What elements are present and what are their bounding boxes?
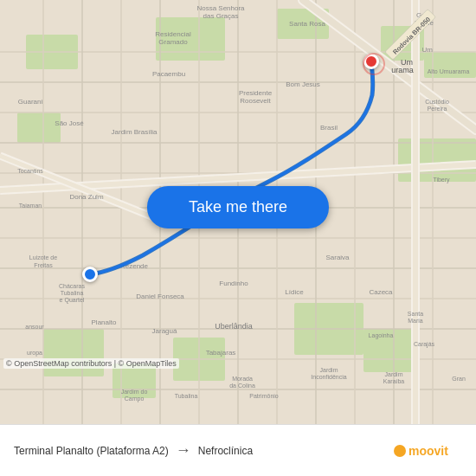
svg-text:Jardim: Jardim (319, 367, 338, 373)
svg-text:ansour: ansour (25, 324, 44, 330)
take-me-there-button[interactable]: Take me there (147, 186, 329, 228)
svg-text:Patrimônio: Patrimônio (249, 393, 279, 399)
svg-text:Tocantins: Tocantins (17, 168, 43, 174)
svg-rect-11 (43, 329, 104, 376)
destination-marker (363, 54, 379, 69)
svg-text:Custódio: Custódio (425, 99, 449, 105)
svg-text:Saraiva: Saraiva (325, 254, 350, 261)
svg-text:Uberlândia: Uberlândia (215, 322, 253, 331)
svg-text:Planalto: Planalto (92, 318, 117, 326)
svg-text:Karaíba: Karaíba (383, 378, 405, 384)
svg-text:Pereira: Pereira (428, 106, 447, 112)
svg-rect-8 (398, 138, 476, 182)
svg-text:das Graças: das Graças (203, 12, 239, 20)
moovit-logo: moovit (393, 441, 462, 461)
svg-rect-7 (17, 113, 61, 143)
svg-text:Pacaembu: Pacaembu (152, 70, 185, 78)
svg-text:e Quartel: e Quartel (60, 297, 85, 304)
svg-text:Um: Um (422, 46, 434, 54)
svg-text:Inconfidência: Inconfidência (311, 374, 346, 380)
svg-text:Brasil: Brasil (320, 124, 338, 132)
svg-text:uropa: uropa (27, 350, 42, 357)
footer-bar: Terminal Planalto (Plataforma A2) → Nefr… (0, 424, 476, 476)
svg-text:Fundinho: Fundinho (219, 280, 248, 287)
svg-text:Tabajaras: Tabajaras (206, 349, 236, 357)
svg-text:Lídice: Lídice (285, 288, 304, 296)
svg-text:Jardim Brasília: Jardim Brasília (112, 128, 158, 136)
svg-text:Campo: Campo (125, 396, 145, 402)
svg-text:Daniel Fonseca: Daniel Fonseca (136, 293, 184, 300)
svg-text:Roosevelt: Roosevelt (240, 97, 271, 105)
svg-text:Santa Rosa: Santa Rosa (289, 20, 325, 28)
footer-origin-label: Terminal Planalto (Plataforma A2) (14, 445, 169, 457)
svg-text:Chácaras: Chácaras (59, 283, 85, 289)
svg-text:Luizote de: Luizote de (29, 254, 57, 261)
svg-text:Taiaman: Taiaman (19, 203, 42, 209)
svg-text:moovit: moovit (408, 444, 448, 458)
map-attribution-left: © OpenStreetMap contributors | © OpenMap… (3, 358, 179, 369)
svg-text:Maria: Maria (408, 318, 423, 324)
svg-text:São José: São José (55, 119, 84, 127)
svg-text:urama: urama (391, 66, 414, 74)
footer-arrow-icon: → (176, 441, 191, 460)
svg-text:Gran: Gran (452, 376, 466, 382)
svg-text:Gramado: Gramado (158, 38, 188, 46)
svg-text:Cazeca: Cazeca (369, 288, 393, 296)
footer-destination-label: Nefroclínica (198, 445, 253, 457)
svg-text:Residencial: Residencial (155, 30, 191, 38)
svg-text:Carajás: Carajás (414, 341, 435, 348)
svg-text:Guarani: Guarani (18, 98, 43, 106)
svg-text:Tubalina: Tubalina (175, 393, 198, 399)
origin-marker (82, 267, 98, 282)
svg-text:Lagoinha: Lagoinha (369, 332, 394, 339)
svg-text:Morada: Morada (232, 376, 253, 382)
svg-text:Tubalina: Tubalina (61, 290, 84, 296)
svg-point-104 (394, 445, 406, 457)
map-container: Nossa Senhora das Graças Residencial Gra… (0, 0, 476, 424)
svg-text:Jardim do: Jardim do (121, 389, 148, 395)
svg-text:Bom Jesus: Bom Jesus (286, 80, 320, 88)
svg-text:Nossa Senhora: Nossa Senhora (196, 4, 245, 12)
svg-text:Santa: Santa (408, 311, 423, 317)
svg-text:Alto Umuarama: Alto Umuarama (428, 68, 470, 74)
svg-text:Freitas: Freitas (34, 262, 53, 268)
svg-text:Dona Zulm: Dona Zulm (69, 193, 103, 201)
svg-text:Tibery: Tibery (433, 177, 450, 183)
svg-text:Presidente: Presidente (239, 89, 273, 97)
svg-text:da Colina: da Colina (229, 383, 255, 389)
svg-text:Jaraguá: Jaraguá (152, 327, 177, 335)
svg-text:Jardim: Jardim (384, 371, 402, 377)
